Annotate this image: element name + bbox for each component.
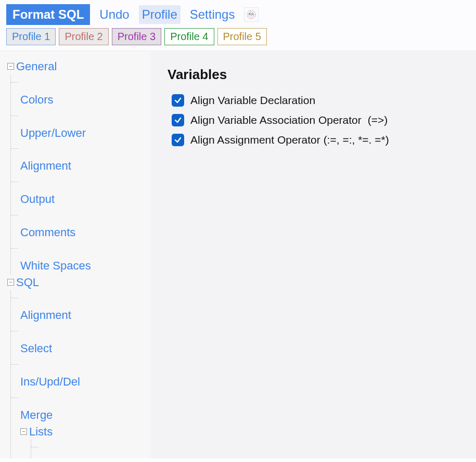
profile-tabs: Profile 1 Profile 2 Profile 3 Profile 4 … xyxy=(0,28,476,50)
tree-node-alignment[interactable]: Alignment xyxy=(20,158,148,174)
tree-node-colors[interactable]: Colors xyxy=(20,92,148,108)
tree-node-merge[interactable]: Merge xyxy=(20,407,148,424)
tree-label: Lists xyxy=(29,424,53,440)
main-panel: Variables Align Variable Declaration Ali… xyxy=(151,51,476,458)
tree-node-output[interactable]: Output xyxy=(20,191,148,208)
tree-node-whitespaces[interactable]: White Spaces xyxy=(20,258,148,274)
collapse-icon[interactable]: − xyxy=(7,279,14,286)
profile-button[interactable]: Profile xyxy=(139,5,181,24)
tree-node-upperlower[interactable]: Upper/Lower xyxy=(20,125,148,142)
toolbar: Format SQL Undo Profile Settings SQL xyxy=(0,0,476,28)
sidebar: − General Colors Upper/Lower Alignment O… xyxy=(0,51,151,458)
option-label: Align Assignment Operator (:=, =:, *=. =… xyxy=(190,134,389,146)
svg-text:SQL: SQL xyxy=(249,12,254,16)
tree-node-comments[interactable]: Comments xyxy=(20,224,148,241)
tree-node-sql[interactable]: − SQL xyxy=(7,274,148,291)
tree-node-select[interactable]: Select xyxy=(20,340,148,357)
option-label: Align Variable Association Operator xyxy=(190,114,362,126)
checkbox-checked-icon[interactable] xyxy=(172,134,184,146)
profile-tab-5[interactable]: Profile 5 xyxy=(217,28,267,45)
sql-logo-icon[interactable]: SQL xyxy=(244,7,259,22)
collapse-icon[interactable]: − xyxy=(7,63,14,70)
checkbox-checked-icon[interactable] xyxy=(172,94,184,107)
collapse-icon[interactable]: − xyxy=(20,428,27,435)
tree-label: SQL xyxy=(16,274,39,291)
tree-node-general[interactable]: − General xyxy=(7,58,148,75)
profile-tab-3[interactable]: Profile 3 xyxy=(112,28,161,45)
option-align-assignment[interactable]: Align Assignment Operator (:=, =:, *=. =… xyxy=(172,134,464,146)
page-title: Variables xyxy=(168,67,464,83)
option-label: Align Variable Declaration xyxy=(190,94,315,107)
option-align-var-assoc[interactable]: Align Variable Association Operator (=>) xyxy=(172,114,464,126)
profile-tab-4[interactable]: Profile 4 xyxy=(164,28,214,45)
checkbox-checked-icon[interactable] xyxy=(172,114,184,126)
tree-label: General xyxy=(16,58,57,75)
settings-button[interactable]: Settings xyxy=(187,5,238,24)
profile-tab-1[interactable]: Profile 1 xyxy=(6,28,56,45)
tree-node-sql-alignment[interactable]: Alignment xyxy=(20,307,148,324)
profile-tab-2[interactable]: Profile 2 xyxy=(59,28,108,45)
tree-node-iud[interactable]: Ins/Upd/Del xyxy=(20,374,148,390)
undo-button[interactable]: Undo xyxy=(96,5,132,24)
tree-node-lists[interactable]: − Lists xyxy=(20,424,148,440)
tree-node-mylists[interactable]: My Lists * xyxy=(41,456,148,458)
option-align-var-decl[interactable]: Align Variable Declaration xyxy=(172,94,464,107)
format-sql-button[interactable]: Format SQL xyxy=(6,4,90,25)
option-hint: (=>) xyxy=(368,114,388,126)
